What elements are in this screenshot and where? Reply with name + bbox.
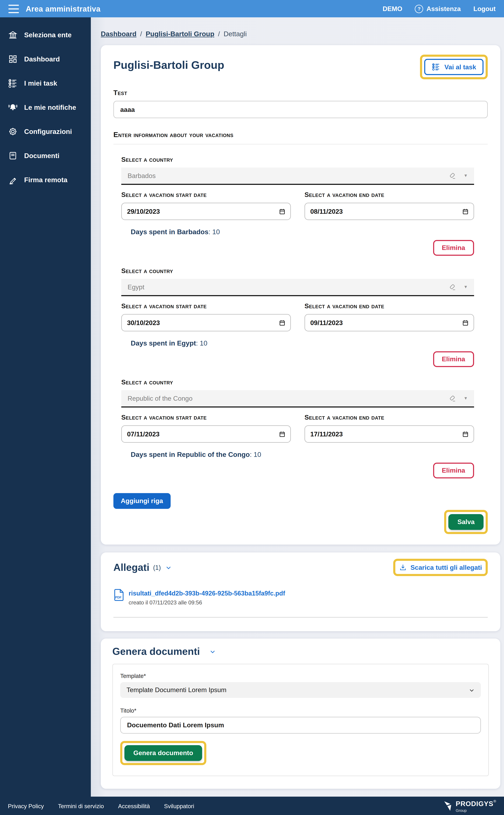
days-spent-line: Days spent in Barbados: 10: [131, 228, 474, 236]
detail-card: Puglisi-Bartoli Group Vai al task Test a…: [101, 45, 500, 545]
dropdown-caret-icon: ▼: [464, 173, 468, 178]
footer-link-developers[interactable]: Sviluppatori: [164, 803, 194, 809]
footer: Privacy Policy Termini di servizio Acces…: [0, 797, 504, 815]
page-title: Puglisi-Bartoli Group: [113, 59, 224, 71]
sidebar-item-documenti[interactable]: Documenti: [0, 143, 91, 168]
generate-title: Genera documenti: [112, 646, 200, 657]
brand-registered-mark: ®: [493, 799, 496, 803]
app-bar-right: DEMO ? Assistenza Logout: [383, 5, 496, 13]
generate-documents-card: Genera documenti Template* Template Docu…: [101, 639, 500, 789]
hamburger-menu-icon[interactable]: [8, 5, 19, 13]
highlight-box: Genera documento: [120, 741, 206, 765]
chevron-down-icon[interactable]: [209, 649, 216, 655]
country-select[interactable]: Egypt ▼: [121, 279, 474, 296]
start-date-input[interactable]: 07/11/2023: [121, 425, 291, 443]
sidebar-item-firma-remota[interactable]: Firma remota: [0, 168, 91, 192]
breadcrumb-separator: /: [140, 30, 142, 38]
app-bar: Area amministrativa DEMO ? Assistenza Lo…: [0, 0, 504, 17]
vacation-group: Select a country Barbados ▼ Select a vac…: [121, 156, 474, 256]
section-divider: [113, 144, 488, 144]
end-date-label: Select a vacation end date: [305, 414, 474, 421]
test-field-label: Test: [113, 89, 488, 97]
calendar-icon: [462, 319, 469, 326]
country-label: Select a country: [121, 379, 474, 386]
assistance-label: Assistenza: [426, 5, 461, 12]
sidebar-item-le-mie-notifiche[interactable]: Le mie notifiche: [0, 95, 91, 119]
country-label: Select a country: [121, 267, 474, 275]
end-date-label: Select a vacation end date: [305, 302, 474, 310]
calendar-icon: [462, 208, 469, 215]
start-date-value: 30/10/2023: [127, 319, 160, 326]
country-select[interactable]: Barbados ▼: [121, 168, 474, 185]
attachments-count: (1): [153, 564, 161, 571]
template-select[interactable]: Template Documenti Lorem Ipsum: [120, 682, 481, 698]
delete-row-button[interactable]: Elimina: [433, 351, 474, 367]
sidebar-item-dashboard[interactable]: Dashboard: [0, 47, 91, 71]
sidebar-item-label: Dashboard: [24, 55, 60, 63]
start-date-value: 07/11/2023: [127, 430, 160, 438]
footer-links: Privacy Policy Termini di servizio Acces…: [8, 803, 194, 809]
attachment-item: PDF risultati_dfed4d2b-393b-4926-925b-56…: [113, 589, 488, 605]
highlight-box: Vai al task: [420, 55, 488, 79]
delete-row-button[interactable]: Elimina: [433, 240, 474, 256]
breadcrumb-current: Dettagli: [224, 30, 247, 38]
document-icon: [8, 151, 18, 161]
sidebar-item-seleziona-ente[interactable]: Seleziona ente: [0, 23, 91, 47]
sidebar-item-configurazioni[interactable]: Configurazioni: [0, 119, 91, 143]
content-area: Dashboard / Puglisi-Bartoli Group / Dett…: [91, 17, 504, 797]
footer-link-accessibility[interactable]: Accessibilità: [118, 803, 150, 809]
attachments-divider: [113, 617, 488, 618]
days-spent-line: Days spent in Republic of the Congo: 10: [131, 451, 474, 458]
logout-link[interactable]: Logout: [473, 5, 496, 12]
start-date-label: Select a vacation start date: [121, 191, 291, 198]
brand-logo: PRODIGYS® Group: [444, 799, 496, 813]
start-date-label: Select a vacation start date: [121, 302, 291, 310]
end-date-value: 08/11/2023: [310, 208, 343, 215]
svg-text:PDF: PDF: [115, 596, 121, 599]
start-date-input[interactable]: 29/10/2023: [121, 203, 291, 220]
calendar-icon: [279, 208, 286, 215]
end-date-value: 09/11/2023: [310, 319, 343, 326]
start-date-value: 29/10/2023: [127, 208, 160, 215]
titolo-input[interactable]: Docuemento Dati Lorem Ipsum: [120, 717, 481, 734]
titolo-label: Titolo*: [120, 707, 481, 714]
download-icon: [399, 563, 407, 571]
sidebar-item-i-miei-task[interactable]: I miei task: [0, 71, 91, 95]
generate-form: Template* Template Documenti Lorem Ipsum…: [112, 664, 489, 776]
clear-icon[interactable]: [448, 394, 457, 403]
end-date-value: 17/11/2023: [310, 430, 343, 438]
download-all-link[interactable]: Scarica tutti gli allegati: [399, 563, 482, 571]
days-spent-line: Days spent in Egypt: 10: [131, 339, 474, 347]
footer-link-privacy[interactable]: Privacy Policy: [8, 803, 44, 809]
footer-link-terms[interactable]: Termini di servizio: [58, 803, 104, 809]
clear-icon[interactable]: [448, 171, 457, 180]
go-to-task-button[interactable]: Vai al task: [424, 59, 484, 75]
breadcrumb-entity[interactable]: Puglisi-Bartoli Group: [146, 30, 214, 38]
chevron-down-icon[interactable]: [166, 564, 172, 571]
assistance-link[interactable]: ? Assistenza: [415, 5, 461, 13]
start-date-input[interactable]: 30/10/2023: [121, 314, 291, 331]
sidebar-item-label: Configurazioni: [24, 127, 72, 135]
highlight-box: Scarica tutti gli allegati: [393, 559, 488, 576]
save-button[interactable]: Salva: [449, 514, 484, 530]
add-row-button[interactable]: Aggiungi riga: [113, 493, 170, 509]
breadcrumb-dashboard[interactable]: Dashboard: [101, 30, 137, 38]
end-date-input[interactable]: 09/11/2023: [305, 314, 474, 331]
end-date-label: Select a vacation end date: [305, 191, 474, 198]
brand-name: PRODIGYS: [456, 800, 493, 807]
dropdown-caret-icon: ▼: [464, 396, 468, 401]
test-input[interactable]: aaaa: [113, 101, 488, 118]
user-menu[interactable]: DEMO: [383, 5, 403, 12]
calendar-icon: [279, 431, 286, 437]
clear-icon[interactable]: [448, 283, 457, 291]
sidebar: Seleziona ente Dashboard I miei task Le …: [0, 17, 91, 797]
delete-row-button[interactable]: Elimina: [433, 463, 474, 478]
country-select[interactable]: Republic of the Congo ▼: [121, 390, 474, 407]
generate-document-button[interactable]: Genera documento: [124, 745, 202, 761]
attachment-file-link[interactable]: risultati_dfed4d2b-393b-4926-925b-563ba1…: [129, 590, 285, 597]
attachment-file-meta: creato il 07/11/2023 alle 09:56: [129, 599, 285, 605]
end-date-input[interactable]: 08/11/2023: [305, 203, 474, 220]
end-date-input[interactable]: 17/11/2023: [305, 425, 474, 443]
vacation-group: Select a country Egypt ▼ Select a vacati…: [121, 267, 474, 367]
country-select-value: Egypt: [128, 283, 144, 291]
